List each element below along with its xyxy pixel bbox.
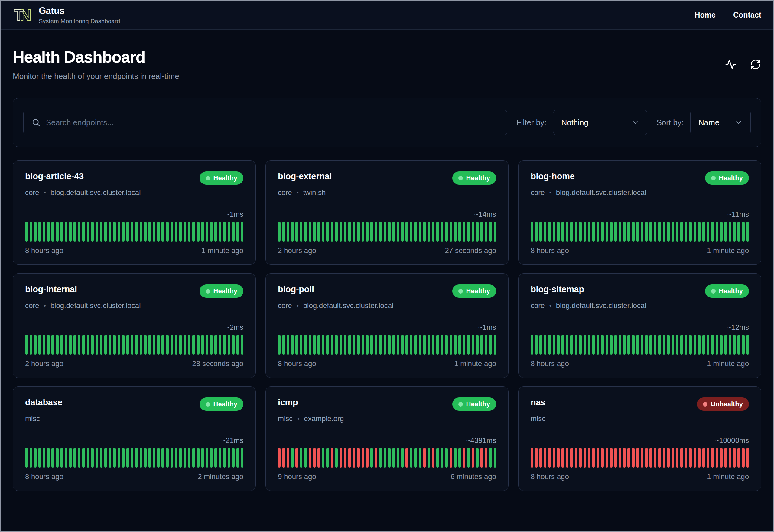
health-bar-failure[interactable] (553, 448, 555, 468)
health-bar-success[interactable] (43, 335, 45, 355)
health-bar-success[interactable] (632, 222, 635, 242)
health-bar-success[interactable] (313, 222, 316, 242)
health-bar-success[interactable] (414, 335, 417, 355)
health-bar-failure[interactable] (278, 448, 281, 468)
health-bar-success[interactable] (228, 448, 230, 468)
health-bar-failure[interactable] (711, 448, 714, 468)
health-bar-success[interactable] (601, 335, 604, 355)
health-bar-success[interactable] (135, 335, 138, 355)
health-bar-success[interactable] (428, 222, 430, 242)
health-bar-failure[interactable] (676, 448, 679, 468)
health-bar-failure[interactable] (531, 448, 533, 468)
health-bar-success[interactable] (458, 222, 461, 242)
health-bar-success[interactable] (69, 222, 72, 242)
health-bar-success[interactable] (73, 448, 76, 468)
health-bar-success[interactable] (436, 222, 439, 242)
health-bar-success[interactable] (82, 335, 85, 355)
health-bar-success[interactable] (579, 335, 582, 355)
health-bar-success[interactable] (592, 335, 595, 355)
health-bar-failure[interactable] (667, 448, 670, 468)
health-bar-success[interactable] (219, 222, 222, 242)
health-bar-failure[interactable] (685, 448, 688, 468)
health-bar-success[interactable] (122, 448, 125, 468)
health-bar-failure[interactable] (309, 448, 311, 468)
health-bar-success[interactable] (161, 222, 164, 242)
health-bar-failure[interactable] (480, 448, 483, 468)
health-bar-success[interactable] (357, 222, 360, 242)
health-bar-success[interactable] (118, 448, 120, 468)
endpoint-card[interactable]: blog-article-43 Healthy core • blog.defa… (13, 160, 256, 265)
health-bar-failure[interactable] (566, 448, 569, 468)
health-bar-failure[interactable] (689, 448, 692, 468)
health-bar-success[interactable] (694, 222, 696, 242)
health-bar-success[interactable] (489, 335, 492, 355)
health-bar-failure[interactable] (485, 448, 487, 468)
health-bar-success[interactable] (96, 222, 98, 242)
health-bar-success[interactable] (720, 222, 723, 242)
health-bar-failure[interactable] (366, 448, 369, 468)
health-bar-success[interactable] (236, 335, 239, 355)
health-bar-success[interactable] (553, 335, 555, 355)
health-bar-success[interactable] (335, 448, 338, 468)
health-bar-success[interactable] (82, 222, 85, 242)
health-bar-success[interactable] (25, 222, 28, 242)
health-bar-failure[interactable] (548, 448, 551, 468)
health-bar-success[interactable] (467, 335, 470, 355)
uptime-bar-chart[interactable] (531, 335, 749, 355)
health-bar-success[interactable] (236, 222, 239, 242)
health-bar-success[interactable] (667, 222, 670, 242)
health-bar-failure[interactable] (579, 448, 582, 468)
health-bar-success[interactable] (228, 222, 230, 242)
health-bar-success[interactable] (392, 448, 395, 468)
health-bar-success[interactable] (140, 448, 142, 468)
health-bar-success[interactable] (742, 222, 745, 242)
health-bar-success[interactable] (494, 335, 496, 355)
health-bar-success[interactable] (326, 222, 329, 242)
health-bar-success[interactable] (300, 222, 303, 242)
health-bar-success[interactable] (232, 448, 235, 468)
health-bar-success[interactable] (746, 222, 749, 242)
health-bar-success[interactable] (232, 335, 235, 355)
health-bar-success[interactable] (304, 222, 307, 242)
uptime-bar-chart[interactable] (531, 222, 749, 242)
health-bar-success[interactable] (610, 222, 613, 242)
health-bar-success[interactable] (575, 222, 577, 242)
health-bar-success[interactable] (694, 335, 696, 355)
health-bar-success[interactable] (100, 335, 103, 355)
health-bar-success[interactable] (175, 335, 177, 355)
health-bar-failure[interactable] (544, 448, 547, 468)
health-bar-success[interactable] (733, 222, 736, 242)
health-bar-success[interactable] (73, 222, 76, 242)
health-bar-failure[interactable] (641, 448, 643, 468)
health-bar-failure[interactable] (588, 448, 590, 468)
health-bar-success[interactable] (489, 222, 492, 242)
health-bar-success[interactable] (362, 222, 364, 242)
health-bar-failure[interactable] (295, 448, 298, 468)
health-bar-success[interactable] (458, 335, 461, 355)
health-bar-success[interactable] (737, 222, 740, 242)
health-bar-success[interactable] (419, 335, 421, 355)
health-bar-success[interactable] (197, 222, 200, 242)
health-bar-failure[interactable] (737, 448, 740, 468)
health-bar-success[interactable] (56, 335, 59, 355)
health-bar-success[interactable] (38, 335, 41, 355)
health-bar-success[interactable] (627, 222, 630, 242)
health-bar-success[interactable] (379, 335, 382, 355)
health-bar-success[interactable] (658, 222, 661, 242)
health-bar-success[interactable] (43, 222, 45, 242)
health-bar-success[interactable] (104, 448, 107, 468)
health-bar-success[interactable] (428, 335, 430, 355)
health-bar-success[interactable] (441, 448, 444, 468)
health-bar-success[interactable] (51, 335, 54, 355)
health-bar-success[interactable] (531, 222, 533, 242)
health-bar-success[interactable] (118, 335, 120, 355)
health-bar-success[interactable] (206, 448, 208, 468)
health-bar-success[interactable] (304, 448, 307, 468)
health-bar-success[interactable] (724, 335, 727, 355)
sort-select[interactable]: Name (690, 110, 751, 135)
health-bar-success[interactable] (410, 448, 413, 468)
health-bar-success[interactable] (480, 222, 483, 242)
health-bar-success[interactable] (667, 335, 670, 355)
health-bar-success[interactable] (575, 335, 577, 355)
health-bar-success[interactable] (619, 335, 621, 355)
